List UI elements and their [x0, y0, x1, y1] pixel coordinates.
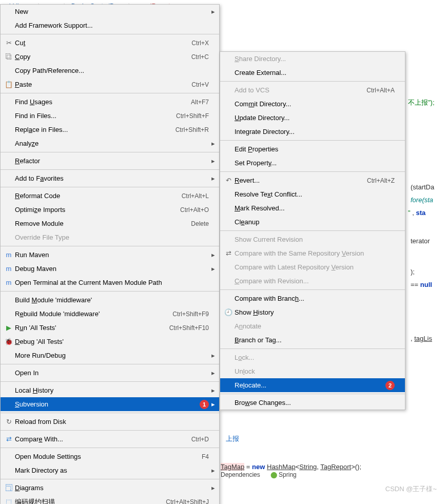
menu-item-label: Show History	[234, 308, 395, 316]
menu-item[interactable]: Mark Resolved...	[220, 201, 405, 215]
menu-item[interactable]: More Run/Debug▸	[1, 348, 219, 362]
menu-item[interactable]: Analyze▸	[1, 137, 219, 150]
shortcut-label: Ctrl+Shift+R	[176, 126, 209, 133]
menu-item-label: Share Directory...	[234, 55, 395, 63]
menu-item-label: Cleanup	[234, 218, 395, 226]
menu-item[interactable]: mOpen Terminal at the Current Maven Modu…	[1, 276, 219, 289]
menu-item[interactable]: Build Module 'middleware'	[1, 293, 219, 307]
menu-item[interactable]: New▸	[1, 5, 219, 18]
menu-item[interactable]: Subversion1▸	[1, 397, 219, 411]
watermark: CSDN @王子様~	[385, 484, 437, 494]
menu-item-label: Optimize Imports	[14, 206, 180, 214]
menu-item-label: Debug Maven	[14, 265, 209, 273]
✂-icon: ✂	[4, 39, 14, 47]
menu-item[interactable]: ✂CutCtrl+X	[1, 36, 219, 50]
menu-item[interactable]: Branch or Tag...	[220, 333, 405, 347]
menu-item[interactable]: Open Module SettingsF4	[1, 450, 219, 463]
menu-item[interactable]: ⇄Compare With...Ctrl+D	[1, 432, 219, 446]
menu-item-label: Refactor	[14, 157, 209, 165]
menu-item[interactable]: Copy Path/Reference...	[1, 64, 219, 77]
code-text: 不上报");	[408, 99, 435, 106]
shortcut-label: Ctrl+D	[191, 436, 209, 443]
menu-item[interactable]: Mark Directory as▸	[1, 463, 219, 477]
⬚-icon: ⬚	[4, 498, 14, 504]
submenu-arrow-icon: ▸	[209, 369, 215, 377]
menu-separator	[220, 289, 405, 290]
menu-item[interactable]: Optimize ImportsCtrl+Alt+O	[1, 203, 219, 217]
menu-separator	[1, 291, 219, 292]
menu-item-label: Remove Module	[14, 220, 191, 227]
menu-item[interactable]: Open In▸	[1, 366, 219, 380]
shortcut-label: Delete	[191, 220, 209, 227]
menu-item-label: Debug 'All Tests'	[14, 338, 209, 345]
menu-item[interactable]: ↶Revert...Ctrl+Alt+Z	[220, 173, 405, 187]
menu-item[interactable]: Edit Properties	[220, 142, 405, 156]
shortcut-label: Ctrl+C	[191, 53, 209, 61]
menu-item[interactable]: Update Directory...	[220, 111, 405, 125]
menu-item-label: Compare with the Same Repository Version	[234, 249, 395, 257]
menu-item[interactable]: Resolve Text Conflict...	[220, 187, 405, 201]
submenu-arrow-icon: ▸	[209, 175, 215, 182]
menu-item-label: Replace in Files...	[14, 126, 176, 133]
shortcut-label: Ctrl+X	[191, 40, 209, 47]
🕘-icon: 🕘	[223, 308, 234, 316]
dependencies-tab[interactable]: Dependencies	[221, 471, 260, 478]
code-text: terator	[411, 236, 430, 246]
menu-item-label: Rebuild Module 'middleware'	[14, 310, 172, 318]
menu-item[interactable]: Replace in Files...Ctrl+Shift+R	[1, 123, 219, 137]
menu-item[interactable]: Local History▸	[1, 383, 219, 397]
menu-item-label: Compare with Latest Repository Version	[234, 263, 395, 271]
menu-item[interactable]: Find UsagesAlt+F7	[1, 95, 219, 109]
m-icon: m	[4, 265, 14, 273]
menu-item[interactable]: ⿻CopyCtrl+C	[1, 50, 219, 64]
menu-separator	[1, 479, 219, 479]
menu-item[interactable]: Add to Favorites▸	[1, 171, 219, 185]
menu-separator	[1, 187, 219, 187]
menu-separator	[1, 430, 219, 431]
menu-item[interactable]: Browse Changes...	[220, 396, 405, 410]
menu-item[interactable]: Add Framework Support...	[1, 18, 219, 32]
menu-item-label: Update Directory...	[234, 114, 395, 122]
menu-item[interactable]: Cleanup	[220, 215, 405, 229]
menu-item[interactable]: mRun Maven▸	[1, 248, 219, 262]
menu-item[interactable]: ↻Reload from Disk	[1, 415, 219, 429]
menu-item[interactable]: Relocate...2	[220, 378, 405, 392]
menu-item[interactable]: Remove ModuleDelete	[1, 217, 219, 230]
menu-item-label: Integrate Directory...	[234, 128, 395, 135]
menu-item: Compare with Latest Repository Version	[220, 260, 405, 274]
context-menu-subversion: Share Directory...Create External...Add …	[220, 51, 405, 410]
menu-item-label: Copy Path/Reference...	[14, 67, 209, 74]
menu-item[interactable]: ⿹Diagrams▸	[1, 481, 219, 495]
menu-item-label: Unlock	[234, 367, 395, 375]
menu-item[interactable]: Reformat CodeCtrl+Alt+L	[1, 189, 219, 203]
menu-item[interactable]: ▶Run 'All Tests'Ctrl+Shift+F10	[1, 321, 219, 335]
menu-item[interactable]: Refactor▸	[1, 154, 219, 168]
menu-item[interactable]: 📋PasteCtrl+V	[1, 77, 219, 91]
menu-item[interactable]: mDebug Maven▸	[1, 262, 219, 276]
menu-item[interactable]: Set Property...	[220, 156, 405, 170]
shortcut-label: Ctrl+Alt+Shift+J	[166, 498, 209, 505]
menu-item[interactable]: Create External...	[220, 66, 405, 80]
menu-item[interactable]: Rebuild Module 'middleware'Ctrl+Shift+F9	[1, 307, 219, 321]
menu-item[interactable]: ⬚编码规约扫描Ctrl+Alt+Shift+J	[1, 495, 219, 504]
menu-item[interactable]: 🕘Show History	[220, 305, 405, 319]
menu-item-label: Reformat Code	[14, 192, 182, 200]
spring-tab[interactable]: ⬤ Spring	[270, 471, 297, 478]
menu-item-label: Lock...	[234, 354, 395, 361]
annotation-badge: 2	[385, 381, 395, 390]
menu-item-label: Annotate	[234, 322, 395, 330]
menu-item-label: Browse Changes...	[234, 399, 395, 406]
context-menu-main: New▸Add Framework Support...✂CutCtrl+X⿻C…	[0, 4, 220, 504]
menu-item: Unlock	[220, 364, 405, 378]
menu-item-label: Local History	[14, 386, 209, 394]
submenu-arrow-icon: ▸	[209, 400, 215, 408]
menu-item[interactable]: Compare with Branch...	[220, 292, 405, 305]
menu-item[interactable]: Integrate Directory...	[220, 125, 405, 139]
menu-item-label: Add to VCS	[234, 86, 366, 94]
submenu-arrow-icon: ▸	[209, 8, 215, 15]
menu-item[interactable]: Find in Files...Ctrl+Shift+F	[1, 109, 219, 123]
menu-item-label: Run 'All Tests'	[14, 324, 169, 332]
menu-item-label: Analyze	[14, 140, 209, 147]
menu-item[interactable]: 🐞Debug 'All Tests'	[1, 335, 219, 348]
menu-item[interactable]: Commit Directory...	[220, 97, 405, 111]
